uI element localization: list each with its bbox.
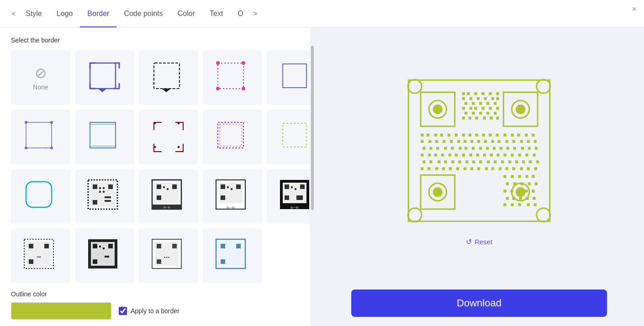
apply-to-border-label[interactable]: Apply to a border: [119, 307, 179, 315]
svg-rect-145: [475, 133, 478, 136]
svg-rect-26: [26, 182, 52, 207]
svg-rect-120: [462, 107, 465, 110]
border-double-blue[interactable]: [75, 110, 134, 164]
svg-rect-149: [503, 133, 506, 136]
outline-color-swatch[interactable]: [11, 302, 111, 320]
svg-rect-229: [470, 167, 473, 170]
svg-rect-233: [499, 167, 501, 170]
svg-rect-235: [512, 167, 515, 170]
svg-rect-156: [435, 140, 438, 142]
svg-rect-150: [511, 133, 513, 136]
border-svg-1: [86, 59, 123, 96]
tab-border[interactable]: Border: [80, 0, 116, 27]
svg-rect-43: [163, 186, 165, 188]
svg-rect-199: [496, 153, 499, 156]
svg-rect-21: [154, 146, 156, 148]
svg-rect-155: [428, 140, 431, 142]
svg-rect-224: [435, 167, 438, 170]
tab-next-button[interactable]: >: [251, 10, 260, 17]
download-button[interactable]: Download: [351, 289, 607, 317]
svg-rect-216: [501, 160, 504, 163]
svg-rect-222: [421, 167, 423, 170]
close-button[interactable]: ×: [632, 5, 637, 14]
border-yellowgreen-dashed[interactable]: [267, 110, 311, 164]
border-thin-blue[interactable]: [267, 50, 311, 105]
tab-codepoints[interactable]: Code points: [116, 0, 170, 27]
svg-rect-37: [105, 200, 111, 202]
svg-rect-243: [532, 175, 534, 178]
border-qr-striped[interactable]: ■ ■ ■: [139, 228, 198, 283]
border-red-corners[interactable]: [139, 110, 198, 164]
svg-rect-191: [441, 153, 444, 156]
svg-rect-193: [455, 153, 458, 156]
svg-rect-82: [157, 259, 161, 264]
svg-rect-207: [438, 160, 440, 163]
svg-rect-153: [532, 133, 534, 136]
border-none[interactable]: ⊘ None: [11, 50, 70, 105]
border-qr-black[interactable]: 扫一扫: [267, 169, 311, 224]
border-qr-stamp-1[interactable]: [75, 169, 134, 224]
scrollbar-thumb[interactable]: [311, 46, 314, 210]
border-qr-blue-outline[interactable]: [203, 228, 262, 283]
border-svg-9: [278, 119, 311, 155]
svg-rect-177: [465, 147, 467, 149]
outline-row: Apply to a border: [11, 302, 299, 320]
svg-rect-33: [103, 187, 105, 189]
svg-rect-211: [465, 160, 468, 163]
svg-rect-133: [475, 116, 478, 119]
svg-rect-117: [479, 102, 482, 105]
svg-rect-32: [99, 187, 101, 189]
svg-rect-119: [494, 102, 496, 105]
svg-rect-167: [512, 140, 515, 142]
svg-rect-200: [503, 153, 506, 156]
reset-button[interactable]: ↺ Reset: [466, 237, 492, 246]
svg-rect-59: [285, 195, 289, 200]
apply-to-border-checkbox[interactable]: [119, 307, 127, 315]
qr-code-image: [406, 78, 552, 224]
svg-rect-196: [476, 153, 479, 156]
border-qr-text-1[interactable]: 扫一扫: [139, 169, 198, 224]
svg-rect-132: [469, 116, 471, 119]
border-black-dashed[interactable]: [139, 50, 198, 105]
border-svg-4: [278, 59, 311, 96]
svg-rect-52: [227, 186, 229, 188]
tab-logo[interactable]: Logo: [49, 0, 80, 27]
border-qr-dark-2[interactable]: [75, 228, 134, 283]
right-panel: ↺ Reset Download: [314, 27, 644, 326]
border-pink-dotted[interactable]: [203, 50, 262, 105]
svg-rect-239: [503, 175, 506, 178]
border-purple-double[interactable]: [203, 110, 262, 164]
tab-other[interactable]: O: [230, 0, 250, 27]
border-qr-text-2[interactable]: 扫一扫: [203, 169, 262, 224]
svg-rect-148: [496, 133, 498, 136]
svg-rect-206: [429, 160, 432, 163]
svg-rect-178: [472, 147, 475, 149]
border-cyan-rounded[interactable]: [11, 169, 70, 224]
svg-rect-226: [449, 167, 452, 170]
svg-rect-179: [479, 147, 482, 149]
svg-rect-248: [535, 182, 538, 185]
svg-rect-198: [490, 153, 492, 156]
svg-rect-187: [535, 147, 538, 149]
border-qr-dashed-small[interactable]: ■■■: [11, 228, 70, 283]
tab-text[interactable]: Text: [202, 0, 230, 27]
tab-style[interactable]: Style: [18, 0, 49, 27]
svg-rect-29: [93, 184, 97, 189]
svg-rect-137: [421, 133, 423, 136]
border-purple-corners[interactable]: [11, 110, 70, 164]
tab-color[interactable]: Color: [170, 0, 202, 27]
svg-rect-75: [99, 246, 101, 247]
svg-rect-31: [93, 200, 97, 205]
tab-prev-button[interactable]: <: [9, 10, 18, 17]
svg-rect-256: [519, 197, 522, 200]
svg-rect-180: [486, 147, 489, 149]
border-speech-blue[interactable]: [75, 50, 134, 105]
svg-rect-15: [26, 122, 52, 148]
svg-rect-61: [295, 188, 296, 190]
border-svg-2: [150, 59, 187, 96]
svg-rect-227: [456, 167, 459, 170]
svg-point-265: [516, 187, 525, 197]
svg-text:扫一扫: 扫一扫: [226, 206, 235, 209]
svg-rect-73: [108, 244, 113, 248]
svg-rect-134: [483, 116, 486, 119]
